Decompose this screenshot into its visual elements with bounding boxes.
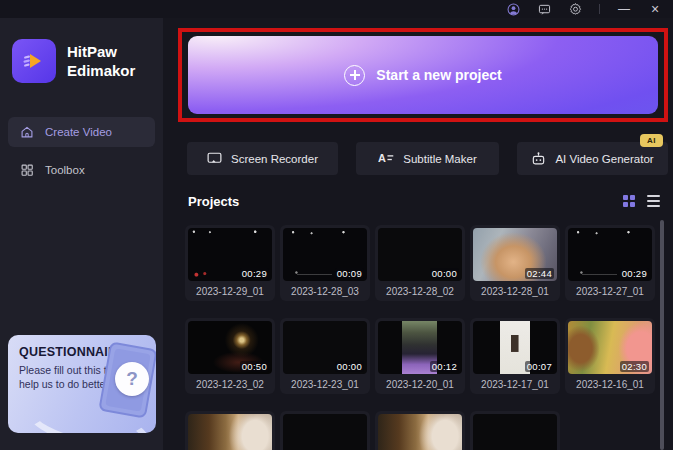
ai-video-generator-label: AI Video Generator <box>555 153 653 165</box>
project-thumbnail: 00:29 <box>568 228 652 281</box>
sidebar-item-create-video[interactable]: Create Video <box>8 117 155 147</box>
app-logo-icon <box>12 39 56 83</box>
project-card[interactable]: 00:00 2023-12-23_01 <box>280 318 370 394</box>
project-card[interactable]: 02:44 2023-12-28_01 <box>470 225 560 301</box>
close-button[interactable]: × <box>648 2 662 16</box>
project-name: 2023-12-29_01 <box>188 286 272 297</box>
svg-text:A: A <box>378 153 386 165</box>
main-area: Start a new project Screen Recorder A Su… <box>163 18 673 450</box>
project-card[interactable]: 00:09 2023-12-28_03 <box>280 225 370 301</box>
project-duration: 02:30 <box>620 361 649 372</box>
project-thumbnail: 00:12 <box>378 321 462 374</box>
project-duration: 00:09 <box>335 268 364 279</box>
project-thumbnail: 00:00 <box>378 228 462 281</box>
project-thumbnail <box>188 414 272 450</box>
project-name: 2023-12-16_01 <box>568 379 652 390</box>
app-title: HitPaw Edimakor <box>67 42 135 80</box>
settings-icon[interactable] <box>568 2 582 16</box>
sidebar-item-label: Create Video <box>45 126 112 138</box>
project-card[interactable] <box>185 411 275 450</box>
subtitle-maker-button[interactable]: A Subtitle Maker <box>356 142 499 175</box>
project-card[interactable]: 00:07 2023-12-17_01 <box>470 318 560 394</box>
project-thumbnail <box>473 414 557 450</box>
brand: HitPaw Edimakor <box>12 39 135 83</box>
sidebar: HitPaw Edimakor Create Video Toolbox QUE… <box>0 18 163 450</box>
project-thumbnail: 02:30 <box>568 321 652 374</box>
question-mark-icon: ? <box>115 362 149 396</box>
project-name: 2023-12-28_01 <box>473 286 557 297</box>
list-view-icon[interactable] <box>647 195 660 206</box>
project-thumbnail: 00:07 <box>473 321 557 374</box>
project-card[interactable]: 00:29 2023-12-29_01 <box>185 225 275 301</box>
project-thumbnail <box>283 414 367 450</box>
project-name: 2023-12-27_01 <box>568 286 652 297</box>
project-name: 2023-12-20_01 <box>378 379 462 390</box>
screen-recorder-icon <box>207 152 222 165</box>
questionnaire-card[interactable]: QUESTIONNAIRE Please fill out this to he… <box>8 335 156 433</box>
grid-view-icon[interactable] <box>623 195 635 207</box>
screen-recorder-button[interactable]: Screen Recorder <box>187 142 338 175</box>
project-duration: 00:00 <box>430 268 459 279</box>
subtitle-maker-label: Subtitle Maker <box>403 153 477 165</box>
screen-recorder-label: Screen Recorder <box>231 153 318 165</box>
project-thumbnail: 00:29 <box>188 228 272 281</box>
project-duration: 00:29 <box>620 268 649 279</box>
robot-icon <box>531 152 546 166</box>
project-name: 2023-12-23_01 <box>283 379 367 390</box>
project-duration: 00:12 <box>430 361 459 372</box>
start-project-highlight-frame: Start a new project <box>178 28 668 122</box>
project-thumbnail <box>378 414 462 450</box>
vertical-scrollbar[interactable] <box>660 220 664 450</box>
projects-grid: 00:29 2023-12-29_01 00:09 2023-12-28_03 … <box>185 225 655 450</box>
sidebar-nav: Create Video Toolbox <box>8 117 155 185</box>
project-name: 2023-12-23_02 <box>188 379 272 390</box>
project-card[interactable] <box>470 411 560 450</box>
project-card[interactable] <box>280 411 370 450</box>
project-thumbnail: 00:50 <box>188 321 272 374</box>
ai-badge: AI <box>640 134 663 147</box>
project-name: 2023-12-28_02 <box>378 286 462 297</box>
project-duration: 00:29 <box>240 268 269 279</box>
start-new-project-button[interactable]: Start a new project <box>188 36 658 114</box>
project-card[interactable]: 00:50 2023-12-23_02 <box>185 318 275 394</box>
ai-video-generator-button[interactable]: AI AI Video Generator <box>517 142 668 175</box>
grid-squares-icon <box>20 163 34 177</box>
titlebar-divider <box>599 4 600 14</box>
project-duration: 00:50 <box>240 361 269 372</box>
project-card[interactable]: 00:12 2023-12-20_01 <box>375 318 465 394</box>
subtitle-icon: A <box>378 152 394 165</box>
project-thumbnail: 02:44 <box>473 228 557 281</box>
view-toggle <box>623 195 660 207</box>
plus-circle-icon <box>344 65 365 86</box>
project-name: 2023-12-17_01 <box>473 379 557 390</box>
sidebar-item-label: Toolbox <box>45 164 85 176</box>
home-icon <box>20 125 34 139</box>
project-card[interactable] <box>375 411 465 450</box>
project-name: 2023-12-28_03 <box>283 286 367 297</box>
account-icon[interactable] <box>506 2 520 16</box>
project-thumbnail: 00:09 <box>283 228 367 281</box>
projects-header: Projects <box>188 191 660 211</box>
minimize-button[interactable]: — <box>617 2 631 16</box>
project-duration: 02:44 <box>525 268 554 279</box>
titlebar: — × <box>0 0 673 18</box>
project-card[interactable]: 02:30 2023-12-16_01 <box>565 318 655 394</box>
sidebar-item-toolbox[interactable]: Toolbox <box>8 155 155 185</box>
project-duration: 00:00 <box>335 361 364 372</box>
project-thumbnail: 00:00 <box>283 321 367 374</box>
project-card[interactable]: 00:29 2023-12-27_01 <box>565 225 655 301</box>
chat-icon[interactable] <box>537 2 551 16</box>
project-duration: 00:07 <box>525 361 554 372</box>
quick-actions: Screen Recorder A Subtitle Maker AI AI V… <box>187 142 668 175</box>
projects-title: Projects <box>188 194 239 209</box>
project-card[interactable]: 00:00 2023-12-28_02 <box>375 225 465 301</box>
start-new-project-label: Start a new project <box>376 67 501 83</box>
